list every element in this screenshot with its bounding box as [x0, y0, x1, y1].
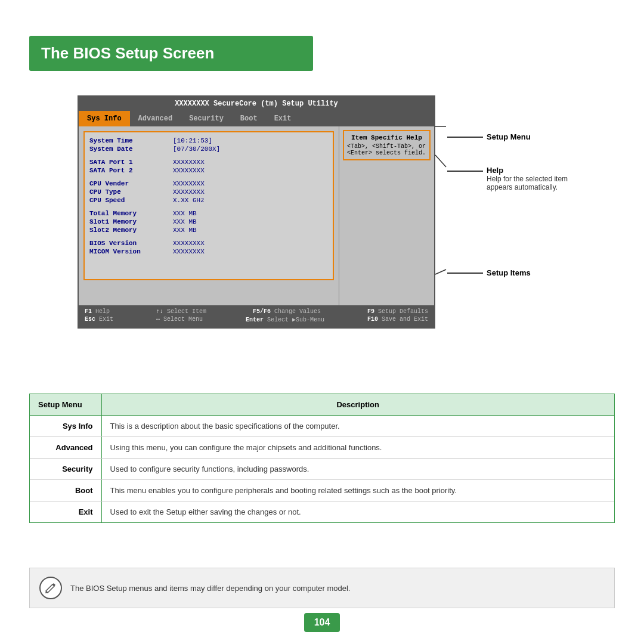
bios-screen: XXXXXXXX SecureCore (tm) Setup Utility S…: [78, 95, 435, 329]
bios-field-micomver: MICOM Version XXXXXXXX: [89, 248, 328, 255]
setup-items-annotation: Setup Items: [447, 268, 531, 277]
help-box-title: Item Specific Help: [347, 134, 426, 141]
help-label: Help: [487, 166, 568, 175]
bios-footer: F1 Help ↑↓ Select Item F5/F6 Change Valu…: [79, 305, 434, 327]
setup-menu-line: [447, 137, 483, 138]
footer-esc: Esc Exit: [85, 316, 113, 323]
footer-enter: Enter Select ▶Sub-Menu: [246, 316, 324, 323]
bios-field-cpuspeed: CPU Speed X.XX GHz: [89, 197, 328, 204]
help-line: [447, 171, 483, 172]
table-col2-header: Description: [101, 394, 614, 416]
table-cell-menu: Exit: [30, 501, 101, 523]
svg-line-4: [435, 155, 446, 167]
pencil-icon: [44, 581, 57, 595]
table-cell-desc: Used to exit the Setup either saving the…: [101, 501, 614, 523]
setup-menu-annotation: Setup Menu: [447, 132, 531, 141]
svg-line-5: [435, 270, 446, 274]
table-cell-menu: Security: [30, 459, 101, 480]
help-sub-label: Help for the selected itemappears automa…: [487, 175, 568, 191]
bios-main-panel: System Time [10:21:53] System Date [07/3…: [79, 126, 339, 305]
bios-content-area: System Time [10:21:53] System Date [07/3…: [79, 126, 434, 305]
table-cell-menu: Sys Info: [30, 416, 101, 437]
table-row: BootThis menu enables you to configure p…: [30, 480, 614, 501]
bios-footer-row2: Esc Exit ↔ Select Menu Enter Select ▶Sub…: [85, 316, 428, 323]
bios-help-panel: Item Specific Help <Tab>, <Shift-Tab>, o…: [339, 126, 434, 305]
table-cell-menu: Advanced: [30, 437, 101, 459]
help-box: Item Specific Help <Tab>, <Shift-Tab>, o…: [343, 130, 431, 160]
bios-field-systemtime: System Time [10:21:53]: [89, 137, 328, 144]
bios-field-sata1: SATA Port 1 XXXXXXXX: [89, 159, 328, 166]
table-row: ExitUsed to exit the Setup either saving…: [30, 501, 614, 523]
footer-f5f6: F5/F6 Change Values: [253, 308, 321, 315]
bios-title-bar: XXXXXXXX SecureCore (tm) Setup Utility: [79, 97, 434, 111]
bios-menu-bar: Sys Info Advanced Security Boot Exit: [79, 111, 434, 126]
page-number: 104: [304, 613, 340, 632]
note-icon: [39, 577, 62, 599]
bios-menu-sysinfo[interactable]: Sys Info: [79, 111, 130, 126]
footer-f9: F9 Setup Defaults: [367, 308, 428, 315]
footer-arrows1: ↑↓ Select Item: [156, 308, 206, 315]
table-cell-desc: This menu enables you to configure perip…: [101, 480, 614, 501]
setup-menu-label: Setup Menu: [487, 132, 531, 141]
table-cell-desc: Used to configure security functions, in…: [101, 459, 614, 480]
bios-field-biosver: BIOS Version XXXXXXXX: [89, 240, 328, 247]
page-title: The BIOS Setup Screen: [41, 44, 214, 62]
description-table: Setup Menu Description Sys InfoThis is a…: [29, 394, 615, 523]
help-annotation: Help Help for the selected itemappears a…: [447, 166, 568, 191]
table-cell-menu: Boot: [30, 480, 101, 501]
table-row: SecurityUsed to configure security funct…: [30, 459, 614, 480]
footer-f1: F1 Help: [85, 308, 110, 315]
table-col1-header: Setup Menu: [30, 394, 101, 416]
footer-arrows2: ↔ Select Menu: [156, 316, 203, 323]
setup-items-line: [447, 273, 483, 274]
bios-menu-boot[interactable]: Boot: [232, 111, 266, 126]
note-box: The BIOS Setup menus and items may diffe…: [29, 568, 615, 608]
bios-menu-advanced[interactable]: Advanced: [130, 111, 181, 126]
note-text: The BIOS Setup menus and items may diffe…: [70, 584, 350, 593]
table-cell-desc: This is a description about the basic sp…: [101, 416, 614, 437]
table-row: AdvancedUsing this menu, you can configu…: [30, 437, 614, 459]
help-box-content: <Tab>, <Shift-Tab>, or <Enter> selects f…: [347, 143, 426, 156]
bios-menu-security[interactable]: Security: [181, 111, 232, 126]
bios-field-slot1mem: Slot1 Memory XXX MB: [89, 218, 328, 225]
bios-field-cputype: CPU Type XXXXXXXX: [89, 188, 328, 196]
bios-screen-wrapper: XXXXXXXX SecureCore (tm) Setup Utility S…: [78, 95, 435, 329]
bios-field-totalmem: Total Memory XXX MB: [89, 210, 328, 217]
bios-field-systemdate: System Date [07/30/200X]: [89, 145, 328, 153]
bios-menu-exit[interactable]: Exit: [266, 111, 300, 126]
bios-field-sata2: SATA Port 2 XXXXXXXX: [89, 167, 328, 174]
bios-main-panel-inner: System Time [10:21:53] System Date [07/3…: [83, 131, 334, 280]
table-cell-desc: Using this menu, you can configure the m…: [101, 437, 614, 459]
title-banner: The BIOS Setup Screen: [29, 36, 313, 71]
bios-field-slot2mem: Slot2 Memory XXX MB: [89, 227, 328, 234]
bios-footer-row1: F1 Help ↑↓ Select Item F5/F6 Change Valu…: [85, 308, 428, 315]
setup-items-label: Setup Items: [487, 268, 531, 277]
table-row: Sys InfoThis is a description about the …: [30, 416, 614, 437]
footer-f10: F10 Save and Exit: [367, 316, 428, 323]
bios-field-cpuvender: CPU Vender XXXXXXXX: [89, 180, 328, 187]
